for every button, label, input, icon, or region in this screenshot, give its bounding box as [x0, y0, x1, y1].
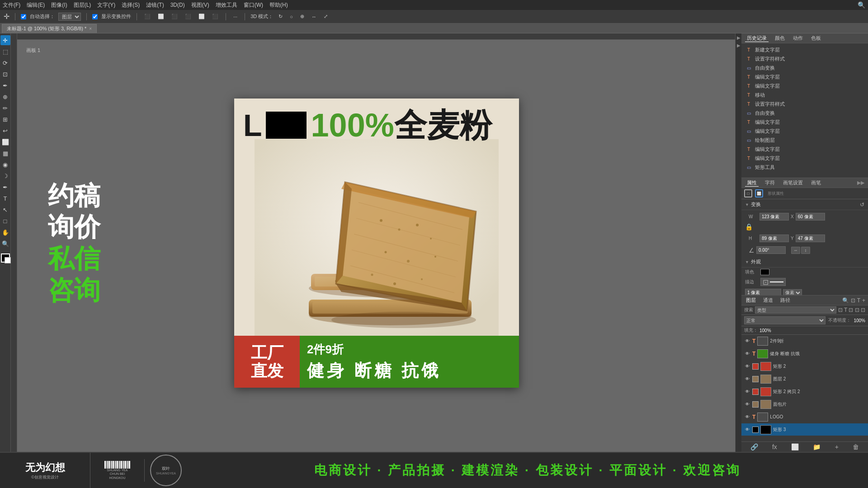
align-top-btn[interactable]: ⬛	[183, 13, 193, 20]
color-tab[interactable]: 颜色	[773, 35, 787, 42]
zoom-tool-btn[interactable]: 🔍	[0, 239, 10, 249]
eraser-tool-btn[interactable]: ⬜	[0, 137, 10, 147]
history-item-6[interactable]: T 设置字符样式	[741, 99, 868, 108]
layers-search-icon[interactable]: 🔍	[842, 297, 849, 304]
x-input[interactable]	[796, 213, 825, 221]
layer-visibility-2[interactable]: 👁	[744, 364, 750, 369]
document-tab[interactable]: 未标题-1 @ 100% (矩形 3, RGB/8) * ×	[2, 24, 97, 33]
gradient-tool-btn[interactable]: ▦	[0, 148, 10, 158]
lasso-tool-btn[interactable]: ⟳	[0, 58, 10, 68]
layer-mask-btn[interactable]: ⬜	[791, 443, 799, 450]
shape-tool-btn[interactable]: □	[0, 216, 10, 226]
eyedropper-tool-btn[interactable]: ✒	[0, 80, 10, 90]
layers-tab[interactable]: 图层	[744, 297, 758, 304]
history-item-0[interactable]: T 新建文字层	[741, 45, 868, 54]
history-item-4[interactable]: T 编辑文字层	[741, 81, 868, 90]
layer-item-5[interactable]: 👁 面包片	[741, 398, 868, 411]
layer-visibility-7[interactable]: 👁	[744, 427, 750, 432]
menu-item-help[interactable]: 帮助(H)	[269, 1, 288, 9]
brush-settings-tab[interactable]: 画笔设置	[781, 179, 805, 186]
actions-tab[interactable]: 动作	[791, 35, 805, 42]
width-input[interactable]	[760, 213, 789, 221]
stroke-unit-select[interactable]: 像素	[783, 289, 802, 296]
history-item-3[interactable]: T 编辑文字层	[741, 72, 868, 81]
paths-tab[interactable]: 路径	[778, 297, 792, 304]
align-right-btn[interactable]: ⬛	[170, 13, 179, 20]
menu-item-edit[interactable]: 编辑(E)	[27, 1, 45, 9]
y-input[interactable]	[796, 235, 825, 242]
appearance-section-header[interactable]: ▼ 外观	[741, 257, 868, 267]
layer-visibility-5[interactable]: 👁	[744, 402, 750, 407]
3d-rotate-btn[interactable]: ↻	[277, 13, 284, 20]
align-middle-btn[interactable]: ⬜	[197, 13, 207, 20]
menu-item-3d[interactable]: 3D(D)	[170, 2, 185, 8]
expand-icon-1[interactable]: ▶	[736, 35, 741, 40]
clone-tool-btn[interactable]: ⊞	[0, 114, 10, 124]
layer-fx-btn[interactable]: fx	[772, 443, 777, 450]
layer-item-0[interactable]: 👁 T 2件9折	[741, 335, 868, 347]
height-input[interactable]	[760, 235, 789, 242]
layer-select[interactable]: 图层	[58, 13, 81, 21]
menu-item-select[interactable]: 选择(S)	[122, 1, 140, 9]
distribute-btn[interactable]: ···	[231, 13, 239, 20]
menu-item-plugins[interactable]: 增效工具	[216, 1, 237, 9]
text-tool-btn[interactable]: T	[0, 193, 10, 203]
stroke-size-input[interactable]	[745, 289, 781, 296]
history-item-2[interactable]: ▭ 自由变换	[741, 63, 868, 72]
search-icon[interactable]: 🔍	[858, 1, 865, 9]
shape-rect-icon[interactable]: □	[744, 189, 752, 197]
refresh-icon[interactable]: ↺	[860, 202, 864, 208]
layer-item-1[interactable]: 👁 T 健身 断糖 抗饿	[741, 347, 868, 360]
layer-item-7[interactable]: 👁 矩形 3	[741, 423, 868, 436]
history-item-10[interactable]: ▭ 绘制图层	[741, 136, 868, 145]
history-item-11[interactable]: T 编辑文字层	[741, 145, 868, 154]
history-brush-btn[interactable]: ↩	[0, 126, 10, 136]
layer-item-6[interactable]: 👁 T LOGO	[741, 411, 868, 423]
menu-item-window[interactable]: 窗口(W)	[244, 1, 263, 9]
layer-delete-btn[interactable]: 🗑	[853, 443, 859, 450]
align-bottom-btn[interactable]: ⬛	[210, 13, 220, 20]
layer-group-btn[interactable]: 📁	[813, 443, 821, 450]
history-item-12[interactable]: T 编辑文字层	[741, 154, 868, 163]
blend-mode-select[interactable]: 正常	[744, 316, 826, 324]
stroke-selector[interactable]: ⊡	[760, 278, 786, 286]
auto-select-checkbox[interactable]	[21, 14, 26, 19]
history-item-7[interactable]: ▭ 自由变换	[741, 108, 868, 117]
menu-item-type[interactable]: 文字(Y)	[97, 1, 115, 9]
align-left-btn[interactable]: ⬛	[142, 13, 152, 20]
layer-item-4[interactable]: 👁 矩形 2 拷贝 2	[741, 385, 868, 398]
select-tool-btn[interactable]: ⬚	[0, 47, 10, 56]
expand-icon-2[interactable]: ▶	[736, 43, 741, 48]
path-selection-btn[interactable]: ↖	[0, 205, 10, 215]
transform-section-header[interactable]: ▼ 变换 ↺	[741, 199, 868, 210]
heal-tool-btn[interactable]: ⊕	[0, 92, 10, 102]
lock-proportions-icon[interactable]: 🔒	[745, 223, 753, 230]
layer-link-btn[interactable]: 🔗	[750, 443, 758, 450]
channels-tab[interactable]: 通道	[761, 297, 775, 304]
layer-visibility-3[interactable]: 👁	[744, 376, 750, 381]
layers-text-icon[interactable]: T	[857, 297, 860, 304]
3d-drag-btn[interactable]: ⊕	[298, 13, 306, 20]
flip-h-btn[interactable]: ↔	[791, 247, 800, 254]
align-center-h-btn[interactable]: ⬜	[156, 13, 166, 20]
move-tool-btn[interactable]: ✛	[0, 35, 10, 45]
menu-item-filter[interactable]: 滤镜(T)	[146, 1, 164, 9]
layers-filter-icon[interactable]: ⊡	[851, 297, 855, 304]
blur-tool-btn[interactable]: ◉	[0, 160, 10, 169]
fill-color-swatch[interactable]	[760, 269, 769, 275]
3d-scale-btn[interactable]: ⤢	[322, 13, 330, 20]
layer-visibility-4[interactable]: 👁	[744, 389, 750, 394]
menu-item-file[interactable]: 文件(F)	[3, 1, 20, 9]
hand-tool-btn[interactable]: ✋	[0, 227, 10, 237]
layer-visibility-1[interactable]: 👁	[744, 351, 750, 356]
dodge-tool-btn[interactable]: ☽	[0, 171, 10, 181]
layer-visibility-6[interactable]: 👁	[744, 414, 750, 419]
pen-tool-btn[interactable]: ✒	[0, 182, 10, 192]
history-tab[interactable]: 历史记录	[745, 35, 769, 42]
history-item-13[interactable]: ▭ 矩形工具	[741, 163, 868, 172]
tab-close-btn[interactable]: ×	[89, 26, 92, 31]
angle-input[interactable]	[756, 246, 786, 254]
props-tab[interactable]: 属性	[745, 179, 759, 187]
menu-item-layer[interactable]: 图层(L)	[74, 1, 91, 9]
swatches-tab[interactable]: 色板	[809, 35, 823, 42]
